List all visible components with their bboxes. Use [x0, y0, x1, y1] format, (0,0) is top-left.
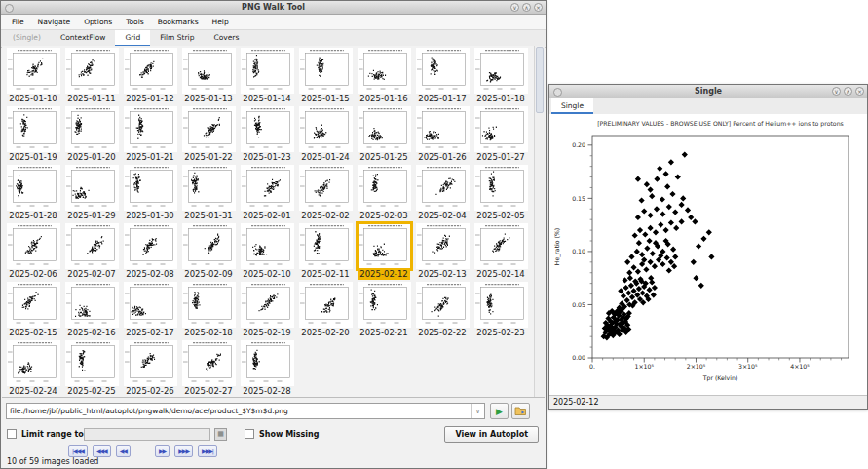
menu-help[interactable]: Help [206, 18, 236, 26]
thumbnail-cell[interactable]: 2025-02-12 [355, 223, 413, 282]
prev-page-button[interactable]: ◀◀◀ [93, 445, 111, 457]
show-missing-checkbox[interactable] [245, 429, 254, 439]
thumbnail-image[interactable] [7, 48, 60, 94]
thumbnail-image[interactable] [474, 106, 528, 152]
thumbnail-image[interactable] [474, 282, 528, 328]
thumbnail-image[interactable] [65, 340, 119, 386]
thumbnail-cell[interactable]: 2025-02-24 [4, 340, 62, 398]
thumbnail-cell[interactable]: 2025-02-26 [121, 340, 179, 398]
next-button[interactable]: ▶▶ [155, 445, 170, 457]
window-menu-icon[interactable] [5, 4, 14, 13]
thumbnail-image[interactable] [124, 48, 177, 94]
thumbnail-cell[interactable]: 2025-01-31 [179, 165, 238, 223]
close-button[interactable]: × [855, 87, 864, 96]
pngwalk-titlebar[interactable]: PNG Walk Tool ∨∧× [1, 1, 546, 15]
thumbnail-image[interactable] [65, 48, 119, 94]
thumbnail-image[interactable] [7, 223, 60, 269]
thumbnail-image[interactable] [7, 106, 60, 152]
first-button[interactable]: |◀◀◀ [68, 445, 88, 457]
go-button[interactable]: ▶ [490, 403, 509, 419]
thumbnail-cell[interactable]: 2025-02-03 [355, 165, 413, 223]
thumbnail-cell[interactable]: 2025-01-10 [4, 48, 62, 106]
thumbnail-cell[interactable]: 2025-02-02 [296, 165, 355, 223]
thumbnail-image[interactable] [7, 165, 60, 211]
thumbnail-image[interactable] [124, 165, 177, 211]
thumbnail-cell[interactable]: 2025-02-13 [413, 223, 472, 282]
thumbnail-image[interactable] [358, 48, 411, 94]
close-button[interactable]: × [534, 3, 543, 12]
thumbnail-image[interactable] [358, 165, 411, 211]
combo-dropdown-icon[interactable]: ∨ [471, 404, 484, 418]
thumbnail-image[interactable] [182, 340, 236, 386]
next-page-button[interactable]: ▶▶▶ [174, 445, 193, 457]
grid-scrollbar[interactable] [534, 46, 545, 397]
thumbnail-image[interactable] [416, 282, 470, 328]
shade-button[interactable]: ∨ [832, 87, 841, 96]
thumbnail-cell[interactable]: 2025-01-22 [179, 106, 238, 165]
thumbnail-cell[interactable]: 2025-01-14 [238, 48, 296, 106]
thumbnail-image[interactable] [182, 282, 236, 328]
thumbnail-cell[interactable]: 2025-02-09 [179, 223, 238, 282]
thumbnail-image[interactable] [474, 165, 528, 211]
thumbnail-cell[interactable]: 2025-02-15 [4, 282, 62, 340]
thumbnail-image[interactable] [299, 282, 353, 328]
thumbnail-image[interactable] [124, 282, 177, 328]
thumbnail-image[interactable] [182, 48, 236, 94]
tab-grid[interactable]: Grid [115, 30, 150, 47]
thumbnail-image[interactable] [124, 106, 177, 152]
open-pngwalk-button[interactable] [511, 403, 530, 419]
thumbnail-cell[interactable]: 2025-01-18 [472, 48, 530, 106]
thumbnail-image[interactable] [416, 223, 470, 269]
thumbnail-cell[interactable]: 2025-02-20 [296, 282, 355, 340]
template-combobox[interactable]: file:/home/jbf/public_html/autoplot/pngw… [6, 403, 485, 419]
tab-covers[interactable]: Covers [204, 30, 248, 47]
single-titlebar[interactable]: Single ∨∧× [549, 85, 867, 98]
thumbnail-image[interactable] [241, 106, 294, 152]
thumbnail-image[interactable] [299, 48, 353, 94]
thumbnail-cell[interactable]: 2025-02-14 [472, 223, 530, 282]
thumbnail-cell[interactable]: 2025-01-20 [62, 106, 121, 165]
thumbnail-image[interactable] [241, 282, 294, 328]
thumbnail-cell[interactable]: 2025-02-22 [413, 282, 472, 340]
thumbnail-image[interactable] [241, 165, 294, 211]
maximize-button[interactable]: ∧ [522, 3, 531, 12]
thumbnail-cell[interactable]: 2025-01-29 [62, 165, 121, 223]
thumbnail-cell[interactable]: 2025-01-16 [355, 48, 413, 106]
thumbnail-cell[interactable]: 2025-02-17 [121, 282, 179, 340]
window-menu-icon[interactable] [553, 88, 562, 97]
thumbnail-image[interactable] [7, 282, 60, 328]
thumbnail-image[interactable] [299, 106, 353, 152]
thumbnail-cell[interactable]: 2025-01-11 [62, 48, 121, 106]
thumbnail-image[interactable] [124, 340, 177, 386]
thumbnail-cell[interactable]: 2025-01-17 [413, 48, 472, 106]
thumbnail-image[interactable] [474, 223, 528, 269]
thumbnail-image[interactable] [65, 282, 119, 328]
thumbnail-image[interactable] [416, 106, 470, 152]
tab-contextflow[interactable]: ContextFlow [51, 30, 116, 47]
thumbnail-cell[interactable]: 2025-02-16 [62, 282, 121, 340]
thumbnail-cell[interactable]: 2025-01-23 [238, 106, 296, 165]
thumbnail-cell[interactable]: 2025-02-08 [121, 223, 179, 282]
thumbnail-image[interactable] [65, 106, 119, 152]
tab-filmstrip[interactable]: Film Strip [150, 30, 204, 47]
thumbnail-cell[interactable]: 2025-02-28 [238, 340, 296, 398]
maximize-button[interactable]: ∧ [844, 87, 852, 96]
thumbnail-image[interactable] [241, 48, 294, 94]
menu-options[interactable]: Options [77, 18, 119, 26]
menu-file[interactable]: File [5, 18, 31, 26]
thumbnail-cell[interactable]: 2025-02-06 [4, 223, 62, 282]
thumbnail-image[interactable] [182, 165, 236, 211]
thumbnail-cell[interactable]: 2025-02-19 [238, 282, 296, 340]
thumbnail-image[interactable] [7, 340, 60, 386]
limit-range-picker-button[interactable]: ▦ [214, 428, 227, 441]
thumbnail-cell[interactable]: 2025-02-01 [238, 165, 296, 223]
thumbnail-cell[interactable]: 2025-02-21 [355, 282, 413, 340]
thumbnail-image[interactable] [124, 223, 177, 269]
thumbnail-cell[interactable]: 2025-01-12 [121, 48, 179, 106]
menu-navigate[interactable]: Navigate [31, 18, 78, 26]
thumbnail-cell[interactable]: 2025-01-26 [413, 106, 472, 165]
thumbnail-cell[interactable]: 2025-02-07 [62, 223, 121, 282]
thumbnail-image[interactable] [65, 165, 119, 211]
thumbnail-image[interactable] [358, 282, 411, 328]
thumbnail-image[interactable] [241, 223, 294, 269]
